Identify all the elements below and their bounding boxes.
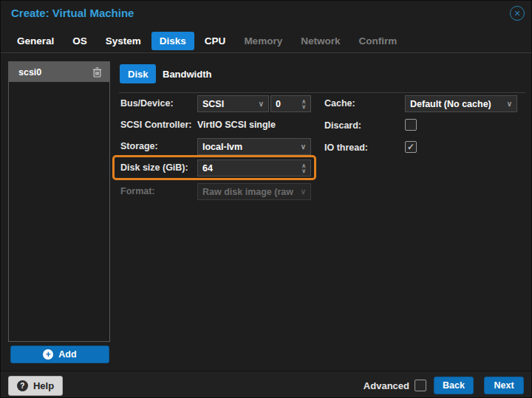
bus-device-number-spinner[interactable]: 0 ∧∨ [270,95,311,112]
tab-system[interactable]: System [98,32,149,50]
advanced-label: Advanced [364,380,409,391]
tab-confirm: Confirm [350,32,405,50]
subtab-disk[interactable]: Disk [120,64,156,83]
dialog-title: Create: Virtual Machine [11,7,134,19]
scsi-controller-label: SCSI Controller: [120,117,192,134]
disk-size-spinner[interactable]: 64 ∧∨ [197,159,311,176]
chevron-down-icon: ∨ [259,100,264,108]
chevron-down-icon: ∨ [301,143,306,151]
help-button-label: Help [33,380,54,391]
spinner-arrows[interactable]: ∧∨ [301,163,306,174]
advanced-checkbox[interactable] [415,380,426,391]
list-item-scsi0[interactable]: scsi0 [9,62,109,82]
back-button[interactable]: Back [434,377,474,394]
io-thread-label: IO thread: [324,140,368,157]
add-button-label: Add [58,349,76,360]
add-disk-button[interactable]: + Add [10,346,109,363]
storage-value: local-lvm [202,142,298,152]
storage-label: Storage: [120,138,158,155]
disk-list-panel: scsi0 [8,61,110,342]
tab-general[interactable]: General [9,32,62,50]
bus-device-label: Bus/Device: [120,95,174,112]
tab-cpu[interactable]: CPU [197,32,234,50]
scsi-controller-value: VirtIO SCSI single [197,117,276,134]
footer-actions: Advanced Back Next [364,371,524,398]
checkmark-icon: ✓ [407,143,415,151]
help-button[interactable]: ? Help [8,376,63,396]
tab-disks[interactable]: Disks [151,32,194,50]
close-icon[interactable]: ✕ [510,6,525,21]
discard-label: Discard: [324,117,361,134]
disk-size-label: Disk size (GiB): [120,159,188,176]
tab-os[interactable]: OS [64,32,95,50]
create-vm-dialog: Create: Virtual Machine ✕ General OS Sys… [0,0,532,398]
cache-label: Cache: [324,95,355,112]
spinner-arrows[interactable]: ∧∨ [301,99,306,109]
plus-circle-icon: + [43,349,53,360]
tab-memory: Memory [236,32,290,50]
subtab-bandwidth[interactable]: Bandwidth [163,64,211,83]
bus-device-select[interactable]: SCSI ∨ [197,95,269,112]
chevron-down-icon: ∨ [507,100,512,108]
question-circle-icon: ? [17,380,28,391]
chevron-down-icon: ∨ [301,188,306,196]
footer-bar: ? Help Advanced Back Next [1,371,532,398]
io-thread-checkbox[interactable]: ✓ [405,141,417,153]
title-bar: Create: Virtual Machine ✕ [1,1,531,27]
tabbar-divider [1,52,532,53]
spinner-down-icon[interactable]: ∨ [301,104,306,109]
disk-item-label: scsi0 [18,67,92,78]
tab-network: Network [293,32,348,50]
format-select-disabled: Raw disk image (raw ∨ [197,183,311,200]
trash-icon[interactable] [92,67,102,78]
subtab-divider [119,92,526,93]
cache-value: Default (No cache) [410,99,504,109]
bus-device-number: 0 [276,99,299,109]
wizard-tabbar: General OS System Disks CPU Memory Netwo… [9,29,531,52]
spinner-down-icon[interactable]: ∨ [301,168,306,174]
storage-select[interactable]: local-lvm ∨ [197,138,311,155]
discard-checkbox[interactable] [405,119,417,131]
next-button[interactable]: Next [484,377,524,394]
disk-size-value: 64 [202,163,299,174]
bus-device-value: SCSI [202,99,256,109]
format-label: Format: [120,183,155,200]
format-value: Raw disk image (raw [202,187,298,197]
cache-select[interactable]: Default (No cache) ∨ [405,95,517,112]
